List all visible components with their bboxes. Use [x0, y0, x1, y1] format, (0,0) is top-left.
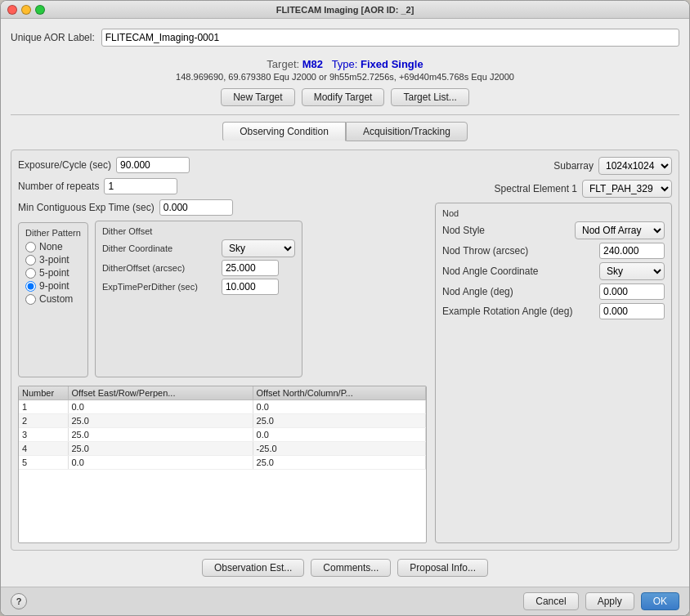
tab-acquisition-tracking[interactable]: Acquisition/Tracking — [346, 122, 468, 141]
cancel-button[interactable]: Cancel — [523, 592, 578, 610]
footer-bar: ? Cancel Apply OK — [1, 587, 689, 615]
nod-throw-label: Nod Throw (arcsec) — [442, 245, 594, 257]
col-east: Offset East/Row/Perpen... — [68, 386, 253, 400]
new-target-button[interactable]: New Target — [221, 88, 294, 106]
form-area: Exposure/Cycle (sec) Number of repeats M… — [11, 150, 679, 551]
spectral-label: Spectral Element 1 — [495, 183, 577, 194]
table-row: 50.025.0 — [19, 455, 426, 469]
form-right: Subarray 1024x1024 512x512 256x256 Spect… — [435, 157, 672, 543]
tabs-row: Observing Condition Acquisition/Tracking — [11, 122, 679, 141]
minimize-button[interactable] — [21, 5, 31, 15]
bottom-buttons: Observation Est... Comments... Proposal … — [11, 554, 679, 580]
apply-button[interactable]: Apply — [585, 592, 634, 610]
table-row: 425.0-25.0 — [19, 441, 426, 455]
footer-left: ? — [11, 593, 27, 609]
form-left: Exposure/Cycle (sec) Number of repeats M… — [18, 157, 427, 543]
nod-throw-input[interactable] — [599, 243, 665, 259]
exp-per-dither-row: ExpTimePerDither (sec) — [102, 279, 295, 295]
nod-angle-coord-row: Nod Angle Coordinate Sky Array — [442, 262, 665, 280]
dither-pattern-box: Dither Pattern None 3-point — [18, 222, 88, 377]
nod-angle-input[interactable] — [599, 283, 665, 300]
obs-est-button[interactable]: Observation Est... — [202, 559, 304, 577]
maximize-button[interactable] — [35, 5, 45, 15]
spectral-select[interactable]: FLT_PAH_329 FLT_PRIME FLT_HC — [582, 180, 672, 198]
subarray-row: Subarray 1024x1024 512x512 256x256 — [435, 157, 672, 175]
radio-3point: 3-point — [25, 254, 81, 266]
radio-none: None — [25, 241, 81, 252]
exp-per-dither-label: ExpTimePerDither (sec) — [102, 282, 217, 292]
dither-offset-val-row: DitherOffset (arcsec) — [102, 260, 295, 276]
modify-target-button[interactable]: Modify Target — [302, 88, 385, 106]
nod-angle-label: Nod Angle (deg) — [442, 286, 594, 297]
radio-5point: 5-point — [25, 267, 81, 279]
radio-5point-label: 5-point — [39, 267, 69, 279]
nod-title: Nod — [442, 208, 665, 218]
exposure-input[interactable] — [116, 157, 190, 173]
dither-table: Number Offset East/Row/Perpen... Offset … — [18, 386, 427, 544]
min-exp-input[interactable] — [159, 199, 233, 216]
dither-coord-select[interactable]: Sky Array — [222, 239, 295, 257]
nod-box: Nod Nod Style Nod Off Array Nod On Array… — [435, 203, 672, 543]
repeats-input[interactable] — [104, 178, 177, 194]
subarray-select[interactable]: 1024x1024 512x512 256x256 — [598, 157, 672, 175]
radio-9point-input[interactable] — [25, 281, 36, 292]
radio-custom: Custom — [25, 293, 81, 305]
radio-9point: 9-point — [25, 280, 81, 292]
target-section: Target: M82 Type: Fixed Single 148.96969… — [11, 53, 679, 108]
close-button[interactable] — [7, 5, 17, 15]
target-type-value: Fixed Single — [361, 58, 423, 70]
table-row: 325.00.0 — [19, 427, 426, 441]
repeats-label: Number of repeats — [18, 181, 99, 192]
target-buttons-row: New Target Modify Target Target List... — [11, 88, 679, 106]
dither-coord-label: Dither Coordinate — [102, 243, 217, 253]
radio-3point-input[interactable] — [25, 255, 36, 266]
target-info-line1: Target: M82 Type: Fixed Single — [11, 58, 679, 70]
dither-pattern-title: Dither Pattern — [25, 228, 81, 238]
radio-9point-label: 9-point — [39, 280, 69, 292]
min-exp-label: Min Contiguous Exp Time (sec) — [18, 202, 155, 213]
radio-custom-input[interactable] — [25, 294, 36, 305]
exposure-label: Exposure/Cycle (sec) — [18, 159, 111, 171]
main-window: FLITECAM Imaging [AOR ID: _2] Unique AOR… — [0, 0, 690, 616]
dither-coord-row: Dither Coordinate Sky Array — [102, 239, 295, 257]
rotation-input[interactable] — [599, 303, 665, 319]
nod-angle-coord-label: Nod Angle Coordinate — [442, 266, 594, 277]
footer-right: Cancel Apply OK — [523, 592, 679, 610]
radio-5point-input[interactable] — [25, 268, 36, 279]
target-label: Target: — [267, 58, 299, 70]
col-number: Number — [19, 386, 68, 400]
nod-style-select[interactable]: Nod Off Array Nod On Array — [575, 221, 665, 239]
target-list-button[interactable]: Target List... — [391, 88, 468, 106]
aor-label-row: Unique AOR Label: — [11, 25, 679, 50]
target-coords: 148.969690, 69.679380 Equ J2000 or 9h55m… — [11, 72, 679, 82]
exp-per-dither-input[interactable] — [222, 279, 279, 295]
nod-angle-row: Nod Angle (deg) — [442, 283, 665, 300]
title-bar: FLITECAM Imaging [AOR ID: _2] — [1, 1, 689, 19]
nod-style-label: Nod Style — [442, 225, 570, 236]
aor-field-label: Unique AOR Label: — [11, 32, 95, 43]
radio-3point-label: 3-point — [39, 254, 69, 266]
spectral-row: Spectral Element 1 FLT_PAH_329 FLT_PRIME… — [435, 180, 672, 198]
dither-offset-box: Dither Offset Dither Coordinate Sky Arra… — [95, 221, 302, 377]
dither-area: Dither Pattern None 3-point — [18, 221, 427, 377]
proposal-info-button[interactable]: Proposal Info... — [397, 559, 488, 577]
exposure-row: Exposure/Cycle (sec) — [18, 157, 427, 173]
target-type-label: Type: — [332, 58, 358, 70]
col-north: Offset North/Column/P... — [253, 386, 425, 400]
help-button[interactable]: ? — [11, 593, 27, 609]
ok-button[interactable]: OK — [641, 592, 679, 610]
comments-button[interactable]: Comments... — [311, 559, 391, 577]
nod-angle-coord-select[interactable]: Sky Array — [599, 262, 665, 280]
aor-input[interactable] — [101, 29, 679, 47]
tab-observing-condition[interactable]: Observing Condition — [222, 122, 346, 141]
rotation-label: Example Rotation Angle (deg) — [442, 306, 594, 317]
target-name: M82 — [302, 58, 323, 70]
table-row: 10.00.0 — [19, 400, 426, 413]
subarray-label: Subarray — [553, 160, 594, 172]
radio-custom-label: Custom — [39, 293, 73, 305]
divider-1 — [11, 114, 679, 115]
dither-offset-title: Dither Offset — [102, 226, 295, 236]
radio-none-input[interactable] — [25, 242, 36, 252]
window-controls — [7, 5, 45, 15]
dither-offset-input[interactable] — [222, 260, 279, 276]
